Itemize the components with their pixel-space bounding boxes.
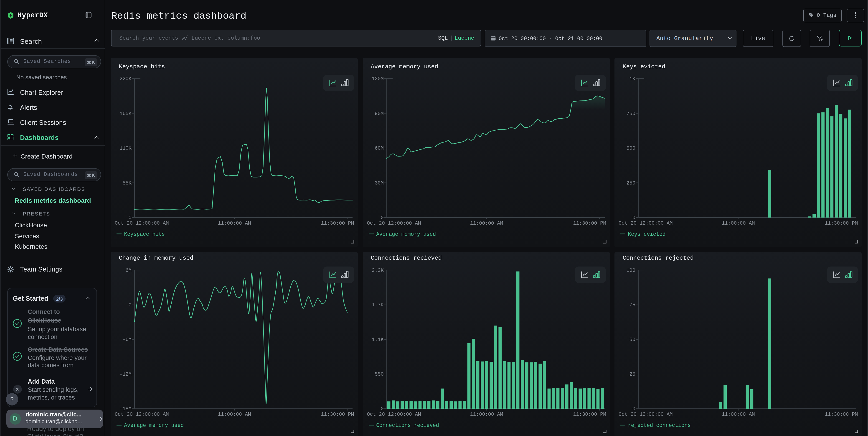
svg-text:-18M: -18M [120, 406, 131, 412]
svg-text:0: 0 [129, 215, 131, 221]
svg-text:11:30:00 PM: 11:30:00 PM [825, 412, 858, 417]
svg-text:Keyspace hits: Keyspace hits [124, 231, 165, 237]
svg-text:25: 25 [629, 372, 636, 377]
svg-text:11:00:00 AM: 11:00:00 AM [722, 412, 755, 417]
svg-text:0: 0 [632, 215, 636, 221]
svg-text:11:30:00 PM: 11:30:00 PM [825, 221, 858, 226]
svg-text:Average memory used: Average memory used [124, 423, 184, 429]
svg-text:0: 0 [380, 406, 383, 412]
svg-text:50: 50 [629, 337, 636, 343]
svg-text:30M: 30M [374, 180, 383, 186]
svg-text:550: 550 [374, 372, 383, 377]
svg-text:1.1K: 1.1K [371, 337, 384, 343]
svg-text:11:00:00 AM: 11:00:00 AM [470, 412, 503, 417]
svg-text:0: 0 [632, 406, 636, 412]
svg-text:Oct 20 12:00:00 AM: Oct 20 12:00:00 AM [619, 221, 673, 226]
svg-text:90M: 90M [374, 111, 383, 117]
svg-text:6M: 6M [126, 268, 131, 273]
svg-text:rejected connections: rejected connections [628, 423, 691, 429]
svg-text:Oct 20 12:00:00 AM: Oct 20 12:00:00 AM [115, 221, 169, 226]
svg-text:220K: 220K [120, 76, 132, 82]
svg-text:Keys evicted: Keys evicted [628, 231, 666, 237]
svg-text:110K: 110K [120, 146, 132, 151]
svg-text:11:00:00 AM: 11:00:00 AM [218, 221, 251, 226]
svg-text:120M: 120M [371, 76, 383, 82]
svg-text:Oct 20 12:00:00 AM: Oct 20 12:00:00 AM [115, 412, 169, 417]
svg-text:250: 250 [626, 180, 636, 186]
svg-text:60M: 60M [374, 146, 383, 151]
svg-text:11:30:00 PM: 11:30:00 PM [573, 412, 606, 417]
svg-text:-6M: -6M [122, 337, 131, 343]
svg-text:11:30:00 PM: 11:30:00 PM [321, 221, 354, 226]
svg-text:11:00:00 AM: 11:00:00 AM [470, 221, 503, 226]
svg-text:55K: 55K [122, 180, 131, 186]
svg-text:1K: 1K [629, 76, 636, 82]
svg-text:11:00:00 AM: 11:00:00 AM [218, 412, 251, 417]
svg-text:11:30:00 PM: 11:30:00 PM [573, 221, 606, 226]
svg-text:1.7K: 1.7K [371, 302, 384, 308]
svg-text:750: 750 [626, 111, 636, 117]
svg-text:100: 100 [626, 268, 636, 273]
svg-text:-12M: -12M [120, 372, 131, 377]
svg-text:Oct 20 12:00:00 AM: Oct 20 12:00:00 AM [619, 412, 673, 417]
svg-text:75: 75 [629, 302, 636, 308]
svg-text:Oct 20 12:00:00 AM: Oct 20 12:00:00 AM [367, 412, 421, 417]
svg-text:0: 0 [129, 302, 131, 308]
svg-text:500: 500 [626, 146, 636, 151]
svg-text:11:30:00 PM: 11:30:00 PM [321, 412, 354, 417]
svg-text:11:00:00 AM: 11:00:00 AM [722, 221, 755, 226]
svg-text:Oct 20 12:00:00 AM: Oct 20 12:00:00 AM [367, 221, 421, 226]
svg-text:0: 0 [380, 215, 383, 221]
svg-text:Average memory used: Average memory used [376, 231, 436, 237]
svg-text:2.2K: 2.2K [371, 268, 384, 273]
svg-text:Connections recieved: Connections recieved [376, 423, 439, 429]
svg-text:165K: 165K [120, 111, 132, 117]
